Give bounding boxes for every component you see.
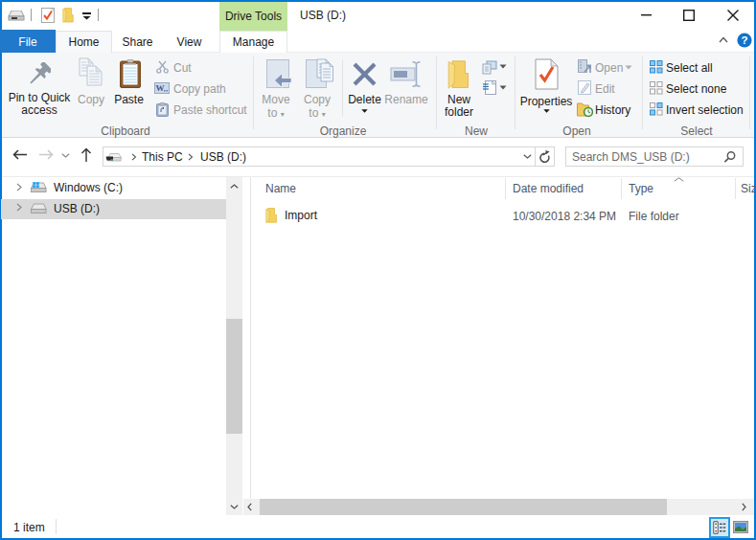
svg-text:?: ? — [741, 34, 747, 46]
svg-text:W: W — [156, 83, 165, 93]
